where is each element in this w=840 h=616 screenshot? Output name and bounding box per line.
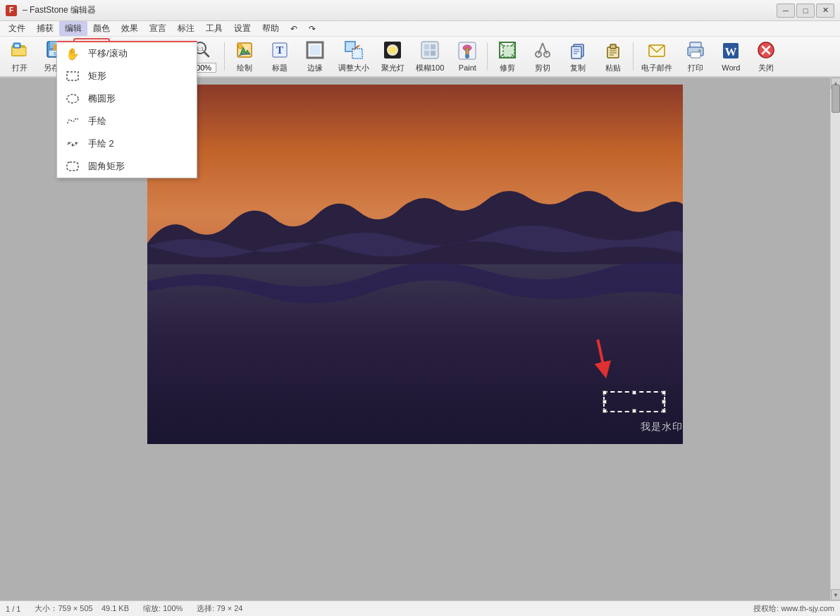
zoom-info: 缩放: 100% (143, 603, 183, 614)
scroll-thumb[interactable] (832, 85, 840, 113)
menu-settings[interactable]: 设置 (228, 21, 257, 36)
title-button[interactable]: T 标题 (263, 38, 297, 75)
spotlight-button[interactable]: 聚光灯 (376, 38, 409, 75)
scroll-down-btn[interactable]: ▼ (831, 589, 840, 600)
menu-help[interactable]: 帮助 (257, 21, 285, 36)
handle-tl (603, 390, 607, 395)
maximize-button[interactable]: □ (796, 4, 815, 18)
roundrect-icon (66, 159, 80, 173)
email-icon (647, 40, 667, 61)
minimize-button[interactable]: ─ (777, 4, 795, 18)
menu-undo[interactable]: ↶ (285, 23, 303, 35)
dropdown-freehand2[interactable]: 手绘 2 (57, 133, 197, 155)
close-button[interactable]: ✕ (816, 4, 834, 18)
toolbar-sep-2 (487, 42, 488, 70)
svg-point-74 (67, 94, 78, 103)
paint-button[interactable]: Paint (450, 38, 484, 75)
svg-point-77 (75, 142, 78, 144)
crop-label: 修剪 (500, 63, 515, 73)
svg-rect-38 (431, 51, 436, 56)
svg-point-75 (68, 142, 70, 144)
handle-ml (603, 400, 607, 404)
menu-xuan[interactable]: 宣言 (144, 21, 172, 36)
paint-icon (457, 41, 477, 62)
word-button[interactable]: W Word (714, 38, 748, 75)
svg-point-76 (72, 144, 74, 147)
menu-redo[interactable]: ↷ (303, 23, 321, 35)
menu-file[interactable]: 文件 (3, 21, 31, 36)
dropdown-ellipse[interactable]: 椭圆形 (57, 87, 197, 110)
menu-tools[interactable]: 工具 (200, 21, 228, 36)
status-bar: 1 / 1 大小：759 × 505 49.1 KB 缩放: 100% 选择: … (0, 600, 840, 616)
close-btn[interactable]: 关闭 (749, 38, 783, 75)
resize-label: 调整大小 (338, 63, 369, 73)
dropdown-rect[interactable]: 矩形 (57, 65, 197, 87)
scene: 我是水印 (147, 85, 683, 444)
watermark-text: 我是水印 (641, 421, 683, 433)
paste-button[interactable]: 粘贴 (596, 38, 630, 75)
rect-sel-icon (66, 69, 80, 83)
close-icon (756, 40, 776, 61)
dropdown-roundrect[interactable]: 圆角矩形 (57, 155, 197, 178)
title-icon: T (270, 40, 290, 61)
svg-rect-37 (424, 51, 429, 56)
open-label: 打开 (12, 63, 27, 73)
freehand2-icon (66, 137, 80, 151)
pan-icon: ✋ (66, 47, 80, 61)
resize-icon (344, 40, 364, 61)
email-label: 电子邮件 (641, 63, 672, 73)
title-bar: F – FastStone 编辑器 ─ □ ✕ (0, 0, 840, 21)
menu-edit[interactable]: 编辑 (59, 21, 87, 36)
window-controls: ─ □ ✕ (777, 4, 834, 18)
svg-rect-26 (310, 45, 320, 55)
blur-button[interactable]: 模糊100 (411, 38, 449, 75)
handle-tm (632, 390, 636, 395)
spotlight-icon (383, 40, 402, 61)
svg-point-67 (698, 49, 701, 52)
cut-icon (533, 40, 552, 61)
cut-label: 剪切 (535, 63, 550, 73)
handle-tr (662, 390, 666, 395)
email-button[interactable]: 电子邮件 (636, 38, 677, 75)
draw-icon (235, 40, 254, 61)
svg-point-42 (465, 54, 469, 58)
crop-button[interactable]: 修剪 (490, 38, 524, 75)
menu-color[interactable]: 颜色 (87, 21, 116, 36)
svg-rect-54 (572, 47, 581, 58)
menu-effect[interactable]: 效果 (116, 21, 144, 36)
print-label: 打印 (688, 63, 703, 73)
print-button[interactable]: 打印 (679, 38, 712, 75)
copyright-info: 授权给: www.th-sjy.com (753, 603, 834, 614)
draw-button[interactable]: 绘制 (228, 38, 261, 75)
selection-dropdown: ✋ 平移/滚动 矩形 椭圆形 手绘 (56, 41, 197, 178)
copy-icon (568, 40, 588, 61)
dropdown-freehand[interactable]: 手绘 (57, 110, 197, 133)
freehand-label: 手绘 (88, 115, 106, 128)
scrollbar-vertical[interactable]: ▲ ▼ (830, 78, 840, 600)
print-icon (686, 40, 705, 61)
resize-button[interactable]: 调整大小 (333, 38, 374, 75)
cut-button[interactable]: 剪切 (526, 38, 560, 75)
spotlight-label: 聚光灯 (381, 63, 404, 73)
svg-rect-73 (67, 72, 78, 80)
freehand2-label: 手绘 2 (88, 137, 114, 150)
draw-label: 绘制 (237, 63, 252, 73)
svg-point-22 (238, 44, 242, 49)
crop-icon (498, 40, 517, 61)
border-button[interactable]: 边缘 (298, 38, 332, 75)
svg-text:T: T (276, 44, 283, 56)
menu-capture[interactable]: 捕获 (31, 21, 59, 36)
svg-rect-34 (421, 42, 438, 58)
svg-text:W: W (725, 45, 737, 58)
window-title: – FastStone 编辑器 (23, 4, 96, 16)
svg-rect-59 (610, 44, 616, 49)
menu-annotate[interactable]: 标注 (172, 21, 200, 36)
copy-label: 复制 (570, 63, 586, 73)
svg-text:1:1: 1:1 (196, 46, 204, 52)
open-button[interactable]: 打开 (3, 38, 37, 75)
border-icon (305, 40, 325, 61)
toolbar-sep-1 (224, 42, 225, 70)
dropdown-pan[interactable]: ✋ 平移/滚动 (57, 42, 197, 65)
roundrect-label: 圆角矩形 (88, 160, 125, 173)
copy-button[interactable]: 复制 (561, 38, 595, 75)
